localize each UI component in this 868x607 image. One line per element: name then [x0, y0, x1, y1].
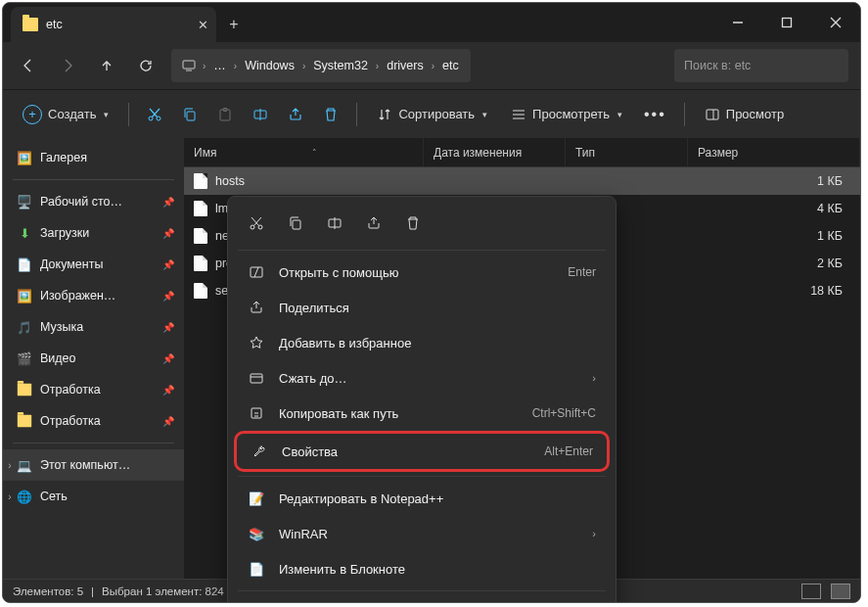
svg-point-19 — [258, 225, 262, 229]
view-details-button[interactable] — [801, 584, 821, 599]
divider: | — [91, 585, 94, 597]
close-button[interactable] — [811, 3, 860, 42]
ctx-favorite[interactable]: Добавить в избранное — [234, 325, 610, 360]
file-icon — [194, 228, 207, 244]
sidebar-item-gallery[interactable]: 🖼️Галерея — [3, 142, 184, 173]
pin-icon: 📌 — [162, 197, 174, 208]
ctx-winrar[interactable]: 📚 WinRAR › — [234, 516, 610, 551]
ctx-share[interactable]: Поделиться — [234, 290, 610, 325]
ctx-copy-path[interactable]: Копировать как путь Ctrl+Shift+C — [234, 396, 610, 431]
ctx-copy-button[interactable] — [277, 207, 314, 240]
sidebar-item-folder1[interactable]: Отработка📌 — [3, 374, 184, 405]
forward-button[interactable] — [50, 48, 85, 83]
preview-button[interactable]: Просмотр — [695, 97, 794, 132]
sidebar-item-network[interactable]: ›🌐Сеть — [3, 481, 184, 512]
chevron-right-icon: › — [203, 61, 206, 71]
wrench-icon — [251, 443, 268, 460]
ctx-cut-button[interactable] — [238, 207, 275, 240]
sidebar-item-desktop[interactable]: 🖥️Рабочий сто…📌 — [3, 186, 184, 217]
maximize-button[interactable] — [762, 3, 811, 42]
toolbar: + Создать ▾ Сортировать ▾ Просмотреть ▾ … — [3, 89, 860, 138]
divider — [128, 103, 129, 126]
pictures-icon: 🖼️ — [17, 288, 32, 304]
pin-icon: 📌 — [162, 228, 174, 239]
sort-button[interactable]: Сортировать ▾ — [367, 97, 497, 132]
crumb-etc[interactable]: etc — [440, 57, 461, 74]
divider — [238, 250, 606, 251]
tab-etc[interactable]: etc ✕ — [11, 7, 216, 42]
chevron-down-icon: ▾ — [617, 110, 622, 119]
preview-icon — [705, 107, 720, 122]
col-name[interactable]: Имя˄ — [184, 138, 424, 166]
ctx-delete-button[interactable] — [394, 207, 432, 240]
crumb-system32[interactable]: System32 — [311, 57, 370, 74]
copy-button[interactable] — [174, 97, 206, 132]
svg-rect-4 — [183, 61, 195, 69]
minimize-button[interactable] — [713, 3, 762, 42]
gallery-icon: 🖼️ — [17, 150, 32, 165]
rename-button[interactable] — [245, 97, 276, 132]
share-icon — [248, 299, 265, 316]
chevron-right-icon[interactable]: › — [3, 460, 17, 471]
sidebar-item-videos[interactable]: 🎬Видео📌 — [3, 343, 184, 374]
file-row[interactable]: hosts 1 КБ — [184, 167, 860, 195]
ctx-more-options[interactable]: Показать дополнительные параметры — [234, 595, 610, 603]
sidebar-item-music[interactable]: 🎵Музыка📌 — [3, 311, 184, 343]
refresh-button[interactable] — [128, 48, 163, 83]
new-tab-button[interactable]: + — [216, 7, 251, 42]
paste-button[interactable] — [209, 97, 241, 132]
col-type[interactable]: Тип — [566, 138, 688, 166]
context-quick-actions — [232, 203, 612, 246]
copy-path-icon — [248, 404, 265, 422]
chevron-right-icon[interactable]: › — [3, 491, 17, 502]
plus-circle-icon: + — [23, 105, 42, 124]
sidebar-item-folder2[interactable]: Отработка📌 — [3, 405, 184, 437]
sidebar-item-thispc[interactable]: ›💻Этот компьют… — [3, 449, 184, 481]
sort-asc-icon: ˄ — [312, 148, 317, 158]
search-input[interactable]: Поиск в: etc — [674, 49, 848, 82]
address-bar[interactable]: › … › Windows › System32 › drivers › etc — [171, 49, 471, 82]
sidebar-item-documents[interactable]: 📄Документы📌 — [3, 249, 184, 280]
back-button[interactable] — [11, 48, 46, 83]
ctx-properties[interactable]: Свойства Alt+Enter — [234, 431, 610, 472]
view-large-button[interactable] — [831, 584, 850, 599]
ctx-compress[interactable]: Сжать до… › — [234, 360, 610, 396]
svg-point-18 — [251, 225, 254, 229]
col-size[interactable]: Размер — [688, 138, 860, 166]
music-icon: 🎵 — [17, 319, 32, 335]
close-tab-icon[interactable]: ✕ — [198, 18, 208, 32]
delete-button[interactable] — [315, 97, 346, 132]
navbar: › … › Windows › System32 › drivers › etc… — [3, 42, 860, 89]
view-button[interactable]: Просмотреть ▾ — [501, 97, 632, 132]
crumb-drivers[interactable]: drivers — [385, 57, 426, 74]
more-button[interactable]: ••• — [636, 97, 674, 132]
file-icon — [194, 256, 207, 271]
col-date[interactable]: Дата изменения — [424, 138, 566, 166]
folder-icon — [17, 413, 32, 429]
share-button[interactable] — [280, 97, 311, 132]
sidebar-item-pictures[interactable]: 🖼️Изображен…📌 — [3, 280, 184, 311]
ctx-notepadpp[interactable]: 📝 Редактировать в Notepad++ — [234, 481, 610, 516]
notepad-icon: 📄 — [248, 560, 265, 578]
create-button[interactable]: + Создать ▾ — [13, 97, 118, 132]
ctx-notepad[interactable]: 📄 Изменить в Блокноте — [234, 551, 610, 586]
winrar-icon: 📚 — [248, 525, 265, 542]
ctx-rename-button[interactable] — [316, 207, 353, 240]
ctx-share-button[interactable] — [355, 207, 392, 240]
crumb-windows[interactable]: Windows — [243, 57, 297, 74]
up-button[interactable] — [89, 48, 124, 83]
svg-rect-24 — [251, 374, 262, 383]
pc-icon: 💻 — [17, 457, 32, 473]
pc-icon — [181, 58, 197, 73]
sidebar-item-downloads[interactable]: ⬇Загрузки📌 — [3, 217, 184, 249]
status-count: Элементов: 5 — [13, 585, 83, 597]
chevron-down-icon: ▾ — [104, 110, 109, 119]
column-headers: Имя˄ Дата изменения Тип Размер — [184, 138, 860, 167]
svg-rect-8 — [187, 112, 195, 120]
crumb-ellipsis[interactable]: … — [211, 57, 228, 74]
sort-icon — [377, 107, 392, 122]
star-icon — [248, 334, 265, 351]
cut-button[interactable] — [139, 97, 170, 132]
ctx-open-with[interactable]: Открыть с помощью Enter — [234, 255, 610, 290]
chevron-down-icon: ▾ — [482, 110, 487, 119]
